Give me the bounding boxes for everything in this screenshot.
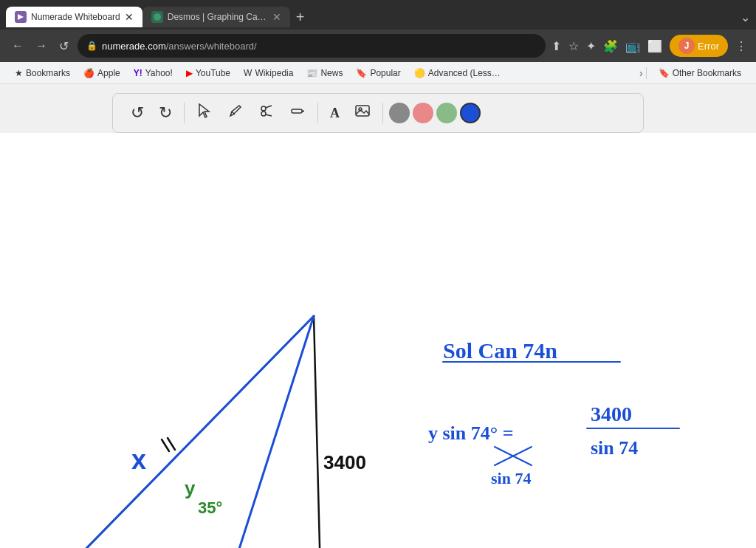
address-bar: ← → ↺ 🔒 numerade.com/answers/whiteboard/… <box>0 30 756 62</box>
lock-icon: 🔒 <box>86 41 97 51</box>
bookmark-label-wikipedia: Wikipedia <box>255 68 293 78</box>
error-label: Error <box>698 41 719 52</box>
popular-icon: 🔖 <box>356 68 367 78</box>
svg-rect-5 <box>292 109 302 113</box>
tab-bar: Numerade Whiteboard ✕ Desmos | Graphing … <box>0 0 756 30</box>
text-tool-button[interactable]: A <box>324 103 346 124</box>
bookmark-bookmarks[interactable]: ★ Bookmarks <box>9 66 76 80</box>
bookmark-youtube[interactable]: ▶ YouTube <box>180 66 236 80</box>
whiteboard-toolbar-container: ↺ ↻ A <box>0 84 756 133</box>
color-blue[interactable] <box>460 103 481 123</box>
redo-button[interactable]: ↻ <box>153 100 178 126</box>
tab-favicon-numerade <box>15 11 27 23</box>
svg-rect-7 <box>356 106 369 116</box>
other-bookmarks-icon: 🔖 <box>659 68 670 78</box>
address-icons: ⬆ ☆ ✦ 🧩 📺 ⬜ J Error ⋮ <box>551 35 747 57</box>
news-icon: 📰 <box>306 68 317 78</box>
bookmark-label-news: News <box>320 68 343 78</box>
other-bookmarks-label: Other Bookmarks <box>673 68 741 78</box>
new-tab-button[interactable]: + <box>290 9 311 26</box>
url-domain: numerade.com <box>102 41 166 52</box>
scissors-tool-button[interactable] <box>252 100 281 126</box>
select-tool-button[interactable] <box>190 100 219 126</box>
tab-desmos[interactable]: Desmos | Graphing Calculato… ✕ <box>142 7 290 27</box>
tab-title-desmos: Desmos | Graphing Calculato… <box>168 12 268 22</box>
share-icon[interactable]: ⬆ <box>551 39 561 53</box>
bookmark-wikipedia[interactable]: W Wikipedia <box>238 66 299 80</box>
puzzle-icon[interactable]: 🧩 <box>603 39 618 53</box>
apple-icon: 🍎 <box>83 68 94 78</box>
tab-list-button[interactable]: ⌄ <box>740 10 750 24</box>
whiteboard-toolbar: ↺ ↻ A <box>112 93 644 133</box>
tab-numerade[interactable]: Numerade Whiteboard ✕ <box>6 7 142 27</box>
bookmark-label-yahoo: Yahoo! <box>145 68 173 78</box>
reload-button[interactable]: ↺ <box>56 36 72 56</box>
toolbar-separator-2 <box>317 103 318 123</box>
bookmark-label-youtube: YouTube <box>196 68 230 78</box>
color-pink[interactable] <box>413 103 433 123</box>
youtube-icon: ▶ <box>186 68 193 78</box>
extension-icon[interactable]: ✦ <box>586 39 596 53</box>
bookmark-star-icon[interactable]: ☆ <box>568 39 579 53</box>
menu-button[interactable]: ⋮ <box>735 39 747 53</box>
svg-point-0 <box>154 13 161 21</box>
color-gray[interactable] <box>389 103 410 123</box>
user-avatar: J <box>678 38 695 54</box>
window-icon[interactable]: ⬜ <box>647 39 662 53</box>
forward-button[interactable]: → <box>32 36 50 55</box>
bookmark-news[interactable]: 📰 News <box>300 66 348 80</box>
bookmarks-icon: ★ <box>15 68 23 78</box>
url-input[interactable]: 🔒 numerade.com/answers/whiteboard/ <box>78 34 546 58</box>
bookmark-yahoo[interactable]: Y! Yahoo! <box>128 66 179 80</box>
svg-line-3 <box>266 106 272 108</box>
svg-point-2 <box>261 112 266 116</box>
wikipedia-icon: W <box>244 68 252 78</box>
bookmark-label-popular: Popular <box>370 68 400 78</box>
advanced-icon: 🟡 <box>414 68 425 78</box>
bookmark-advanced[interactable]: 🟡 Advanced (Less… <box>408 66 506 80</box>
error-button[interactable]: J Error <box>670 35 728 57</box>
whiteboard-canvas-area[interactable] <box>0 133 756 548</box>
toolbar-separator-1 <box>184 103 185 123</box>
color-green[interactable] <box>436 103 457 123</box>
tab-title-numerade: Numerade Whiteboard <box>31 12 120 22</box>
other-bookmarks[interactable]: 🔖 Other Bookmarks <box>653 66 747 80</box>
bookmark-label-advanced: Advanced (Less… <box>428 68 501 78</box>
tab-favicon-desmos <box>151 11 163 23</box>
bookmarks-separator <box>646 67 647 79</box>
bookmarks-bar: ★ Bookmarks 🍎 Apple Y! Yahoo! ▶ YouTube … <box>0 62 756 84</box>
yahoo-icon: Y! <box>134 68 142 78</box>
bookmark-popular[interactable]: 🔖 Popular <box>350 66 406 80</box>
bookmark-label-bookmarks: Bookmarks <box>26 68 70 78</box>
marker-tool-button[interactable] <box>284 100 312 126</box>
bookmarks-more-button[interactable]: › <box>639 67 643 79</box>
tab-close-numerade[interactable]: ✕ <box>125 11 134 23</box>
tab-close-desmos[interactable]: ✕ <box>272 11 281 23</box>
back-button[interactable]: ← <box>9 36 27 55</box>
cast-icon[interactable]: 📺 <box>625 39 640 53</box>
url-path: /answers/whiteboard/ <box>166 41 257 52</box>
svg-point-1 <box>261 106 266 111</box>
image-tool-button[interactable] <box>348 100 377 126</box>
whiteboard-canvas[interactable] <box>0 133 756 548</box>
bookmark-label-apple: Apple <box>97 68 120 78</box>
svg-line-4 <box>266 114 272 116</box>
toolbar-separator-3 <box>382 103 383 123</box>
url-text: numerade.com/answers/whiteboard/ <box>102 41 537 52</box>
bookmark-apple[interactable]: 🍎 Apple <box>78 66 126 80</box>
pencil-tool-button[interactable] <box>221 100 250 126</box>
undo-button[interactable]: ↺ <box>125 100 150 126</box>
